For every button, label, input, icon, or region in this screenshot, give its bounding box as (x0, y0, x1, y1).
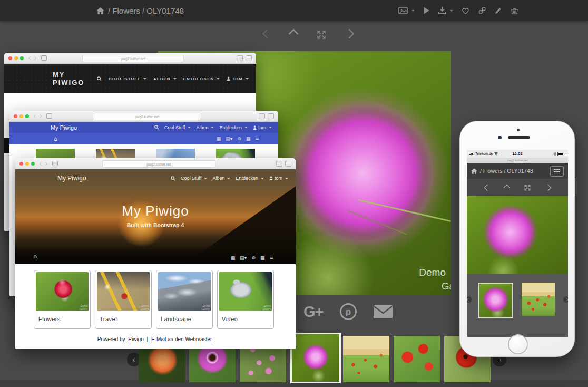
permalink-icon[interactable] (478, 6, 486, 15)
slideshow-button[interactable] (423, 6, 430, 15)
fullscreen-icon[interactable] (316, 30, 327, 40)
search-icon[interactable] (97, 76, 102, 81)
search-icon[interactable] (171, 176, 175, 181)
address-bar[interactable]: pwg2.kuther.net (82, 55, 184, 62)
menu-item[interactable]: Alben (196, 125, 214, 130)
download-button[interactable] (438, 6, 453, 15)
album-card-label[interactable]: Flowers (38, 316, 89, 322)
zoom-window-button[interactable] (20, 56, 24, 60)
list-view-icon[interactable]: ≡ (269, 255, 273, 260)
caret-down-icon (450, 10, 453, 12)
sidebar-icon[interactable] (52, 161, 58, 166)
site-brand[interactable]: MY PIWIGO (53, 71, 97, 86)
zoom-window-button[interactable] (31, 162, 35, 166)
close-window-button[interactable] (8, 56, 12, 60)
webmaster-email-link[interactable]: E-Mail an den Webmaster (151, 336, 212, 342)
menu-item[interactable]: ALBEN (153, 76, 177, 81)
columns-view-icon[interactable]: ▦ (246, 136, 251, 141)
grid-view-icon[interactable]: ▦ (217, 136, 221, 141)
next-photo-icon[interactable] (545, 183, 551, 192)
phone-screen: Telekom.de 12:02 pwg2.kuther.net / Flowe… (467, 150, 568, 337)
share-icon[interactable] (276, 161, 282, 167)
home-icon[interactable] (96, 7, 104, 14)
favorite-button[interactable] (461, 6, 470, 15)
previous-photo-icon[interactable] (485, 183, 490, 192)
menu-item[interactable]: Entdecken (236, 176, 264, 181)
browser-back-forward[interactable] (40, 162, 47, 165)
home-icon[interactable]: ⌂ (54, 136, 57, 142)
home-icon[interactable] (471, 168, 477, 174)
tabs-icon[interactable] (268, 113, 274, 119)
previous-photo-icon[interactable] (263, 30, 271, 40)
menu-hamburger-button[interactable] (550, 166, 564, 177)
browser-back-forward[interactable] (29, 57, 36, 60)
basket-button[interactable] (510, 6, 519, 15)
user-menu[interactable]: TOM (227, 76, 249, 81)
filmstrip-next-button[interactable] (563, 296, 568, 303)
minimize-window-button[interactable] (25, 162, 29, 166)
menu-item[interactable]: Cool Stuff (164, 125, 191, 130)
minimize-window-button[interactable] (19, 114, 23, 118)
album-card-travel[interactable]: Demo Gallery Travel (95, 270, 152, 329)
calendar-view-icon[interactable]: ▤▾ (226, 136, 232, 141)
tabs-icon[interactable] (285, 161, 291, 167)
address-bar[interactable]: pwg2.kuther.net (102, 160, 215, 168)
grid-view-icon[interactable]: ▦ (231, 255, 236, 260)
tabs-icon[interactable] (246, 55, 252, 61)
phone-address-bar[interactable]: pwg2.kuther.net (467, 158, 568, 163)
site-brand[interactable]: My Piwigo (57, 175, 86, 182)
edit-button[interactable] (494, 6, 502, 15)
thumbnail-thistle-selected[interactable] (290, 333, 341, 383)
sidebar-icon[interactable] (46, 113, 52, 119)
user-menu[interactable]: tom (253, 125, 272, 130)
calendar-view-icon[interactable]: ▤▾ (240, 255, 247, 260)
fullscreen-icon[interactable] (524, 184, 531, 191)
close-window-button[interactable] (19, 162, 23, 166)
album-card-video[interactable]: Demo Gallery Video (217, 270, 274, 329)
email-icon[interactable] (373, 305, 393, 319)
minimize-window-button[interactable] (14, 56, 18, 60)
album-card-flowers[interactable]: Demo Gallery Flowers (34, 270, 91, 329)
share-icon[interactable] (259, 113, 265, 119)
thumbnail-thistle-selected[interactable] (478, 283, 513, 318)
album-card-label[interactable]: Landscape (161, 316, 211, 322)
album-card-landscape[interactable]: Demo Gallery Landscape (156, 270, 213, 329)
thumbnail-poppies[interactable] (394, 336, 440, 382)
zoom-window-button[interactable] (25, 114, 29, 118)
next-photo-icon[interactable] (346, 30, 353, 40)
thumbnail-poppy-field[interactable] (522, 283, 555, 316)
up-to-album-icon[interactable] (290, 30, 297, 40)
map-view-icon[interactable]: ⊕ (237, 136, 241, 141)
thumbnail-poppy-field[interactable] (343, 336, 389, 382)
list-view-icon[interactable]: ≡ (255, 136, 259, 141)
share-icon[interactable] (237, 55, 243, 61)
menu-item[interactable]: Alben (212, 176, 230, 181)
close-window-button[interactable] (14, 114, 17, 118)
menu-item[interactable]: COOL STUFF (109, 76, 146, 81)
piwigo-link[interactable]: Piwigo (128, 336, 143, 342)
up-to-album-icon[interactable] (504, 183, 509, 192)
columns-view-icon[interactable]: ▦ (260, 255, 265, 260)
menu-item[interactable]: ENTDECKEN (183, 76, 220, 81)
phone-home-button[interactable] (508, 334, 528, 354)
album-card-label[interactable]: Travel (100, 316, 150, 322)
google-plus-icon[interactable]: G+ (303, 303, 324, 321)
breadcrumb-path[interactable]: / Flowers / OLY01748 (108, 6, 184, 15)
browser-back-forward[interactable] (34, 115, 41, 118)
album-card-label[interactable]: Video (222, 316, 272, 322)
menu-item[interactable]: Entdecken (219, 125, 248, 130)
breadcrumb-path[interactable]: / Flowers / OLY01748 (480, 168, 533, 174)
breadcrumb[interactable]: / Flowers / OLY01748 (96, 0, 184, 21)
user-menu[interactable]: tom (269, 176, 288, 181)
home-icon[interactable]: ⌂ (33, 253, 37, 260)
filmstrip-prev-button[interactable] (467, 296, 472, 303)
sidebar-icon[interactable] (41, 55, 47, 61)
image-size-button[interactable] (398, 6, 415, 15)
pinterest-icon[interactable]: p (339, 303, 357, 321)
address-bar[interactable]: pwg2.kuther.net (93, 113, 201, 120)
site-brand[interactable]: My Piwigo (51, 124, 77, 131)
menu-item[interactable]: Cool Stuff (181, 176, 207, 181)
phone-main-photo-thistle[interactable] (467, 196, 568, 274)
search-icon[interactable] (154, 125, 159, 130)
map-view-icon[interactable]: ⊕ (251, 255, 256, 260)
